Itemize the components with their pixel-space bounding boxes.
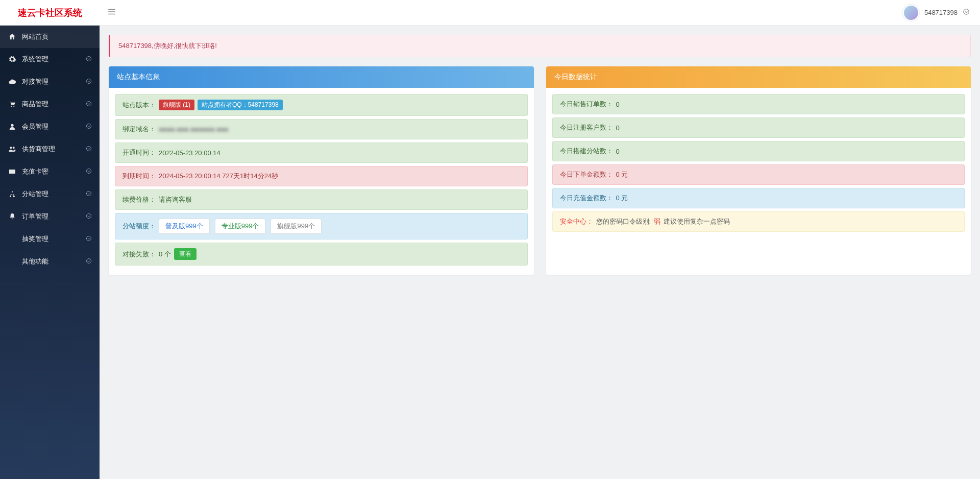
- stat-row: 今日充值金额数： 0 元: [552, 188, 965, 208]
- sidebar-item-label: 系统管理: [22, 55, 48, 64]
- site-info-card: 站点基本信息 站点版本： 旗舰版 (1) 站点拥有者QQ：548717398 绑…: [109, 66, 534, 275]
- stat-value: 0: [616, 101, 620, 108]
- sidebar-item-recharge[interactable]: 充值卡密: [0, 160, 100, 183]
- expire-row: 到期时间： 2024-05-23 20:00:14 727天1时14分24秒: [115, 166, 528, 186]
- svg-point-9: [87, 236, 91, 241]
- security-advice: 建议使用复杂一点密码: [664, 217, 730, 226]
- menu-toggle-icon[interactable]: [100, 7, 124, 18]
- security-level: 弱: [654, 217, 660, 226]
- quota-label: 分站额度：: [122, 222, 156, 231]
- sidebar-item-label: 抽奖管理: [22, 234, 48, 244]
- sitemap-icon: [8, 190, 17, 198]
- chevron-down-icon: [86, 101, 92, 108]
- svg-point-7: [87, 191, 91, 196]
- stat-label: 今日下单金额数：: [560, 170, 613, 179]
- expire-label: 到期时间：: [122, 172, 156, 181]
- stat-label: 今日注册客户数：: [560, 123, 613, 132]
- sidebar-item-lottery[interactable]: 抽奖管理: [0, 228, 100, 250]
- open-value: 2022-05-23 20:00:14: [159, 149, 220, 157]
- sidebar-item-label: 其他功能: [22, 257, 48, 266]
- stat-row: 今日下单金额数： 0 元: [552, 164, 965, 185]
- sidebar-item-label: 分站管理: [22, 189, 48, 199]
- chevron-down-icon: [963, 8, 970, 17]
- chevron-down-icon: [86, 213, 92, 221]
- stat-value: 0 元: [616, 194, 628, 203]
- svg-point-6: [87, 169, 91, 173]
- sidebar-item-label: 网站首页: [22, 32, 48, 41]
- domain-value: ■■■■.■■■.■■■■■■.■■■: [159, 126, 228, 133]
- domain-row: 绑定域名： ■■■■.■■■.■■■■■■.■■■: [115, 119, 528, 139]
- site-version-row: 站点版本： 旗舰版 (1) 站点拥有者QQ：548717398: [115, 94, 528, 116]
- bell-icon: [8, 212, 17, 221]
- today-stats-header: 今日数据统计: [546, 66, 971, 88]
- renew-label: 续费价格：: [122, 195, 156, 204]
- expire-value: 2024-05-23 20:00:14 727天1时14分24秒: [159, 172, 278, 181]
- svg-point-3: [87, 101, 91, 106]
- sidebar-item-label: 充值卡密: [22, 167, 48, 176]
- svg-point-4: [87, 124, 91, 128]
- view-button[interactable]: 查看: [174, 248, 197, 260]
- sidebar-item-order[interactable]: 订单管理: [0, 205, 100, 228]
- chevron-down-icon: [86, 78, 92, 86]
- open-row: 开通时间： 2022-05-23 20:00:14: [115, 142, 528, 163]
- chevron-down-icon: [86, 235, 92, 243]
- gear-icon: [8, 55, 17, 63]
- fail-row: 对接失败： 0 个 查看: [115, 243, 528, 266]
- sidebar-item-system[interactable]: 系统管理: [0, 48, 100, 70]
- quota-pro-button[interactable]: 专业版999个: [215, 219, 266, 234]
- sidebar-item-supplier[interactable]: 供货商管理: [0, 138, 100, 160]
- avatar: [903, 5, 919, 21]
- security-row: 安全中心： 您的密码口令级别:弱 建议使用复杂一点密码: [552, 211, 965, 232]
- sidebar-item-substation[interactable]: 分站管理: [0, 183, 100, 205]
- sidebar-item-label: 商品管理: [22, 100, 48, 109]
- stat-value: 0 元: [616, 170, 628, 179]
- renew-value: 请咨询客服: [159, 195, 192, 204]
- sidebar-item-other[interactable]: 其他功能: [0, 250, 100, 273]
- topbar-left: 速云卡社区系统: [0, 7, 124, 19]
- security-prefix: 安全中心：: [560, 217, 593, 226]
- domain-label: 绑定域名：: [122, 125, 156, 134]
- svg-point-2: [87, 79, 91, 83]
- chevron-down-icon: [86, 56, 92, 63]
- chevron-down-icon: [86, 258, 92, 266]
- sidebar-item-label: 订单管理: [22, 212, 48, 221]
- sidebar-item-label: 供货商管理: [22, 145, 55, 154]
- stat-label: 今日搭建分站数：: [560, 147, 613, 156]
- quota-flag-button[interactable]: 旗舰版999个: [271, 219, 322, 234]
- stat-row: 今日销售订单数： 0: [552, 94, 965, 114]
- sidebar-item-product[interactable]: 商品管理: [0, 93, 100, 115]
- quota-row: 分站额度： 普及版999个 专业版999个 旗舰版999个: [115, 213, 528, 240]
- greeting-alert: 548717398,傍晚好,很快就下班咯!: [109, 35, 971, 57]
- sidebar-item-label: 对接管理: [22, 77, 48, 86]
- stat-label: 今日充值金额数：: [560, 194, 613, 203]
- svg-point-8: [87, 213, 91, 218]
- site-info-header: 站点基本信息: [109, 66, 534, 88]
- version-label: 站点版本：: [122, 101, 156, 110]
- cart-icon: [8, 100, 17, 108]
- sidebar-item-label: 会员管理: [22, 122, 48, 131]
- sidebar-item-member[interactable]: 会员管理: [0, 115, 100, 138]
- user-name: 548717398: [924, 9, 958, 16]
- user-menu[interactable]: 548717398: [903, 5, 970, 21]
- fail-label: 对接失败：: [122, 250, 156, 259]
- svg-point-10: [87, 258, 91, 263]
- svg-point-1: [87, 56, 91, 61]
- quota-basic-button[interactable]: 普及版999个: [159, 219, 210, 234]
- version-badge: 旗舰版 (1): [159, 100, 194, 110]
- users-icon: [8, 145, 17, 153]
- renew-row: 续费价格： 请咨询客服: [115, 189, 528, 210]
- cloud-icon: [8, 78, 17, 86]
- fail-value: 0 个: [159, 250, 171, 259]
- sidebar-item-connect[interactable]: 对接管理: [0, 70, 100, 93]
- security-text: 您的密码口令级别:: [596, 217, 651, 226]
- chevron-down-icon: [86, 168, 92, 176]
- user-icon: [8, 123, 17, 131]
- home-icon: [8, 33, 17, 41]
- content: 548717398,傍晚好,很快就下班咯! 站点基本信息 站点版本： 旗舰版 (…: [100, 26, 980, 479]
- svg-point-5: [87, 146, 91, 151]
- card-icon: [8, 167, 17, 176]
- sidebar: 网站首页 系统管理 对接管理 商品管理 会员管理 供货商管理: [0, 26, 100, 479]
- svg-point-0: [964, 9, 969, 15]
- sidebar-item-home[interactable]: 网站首页: [0, 26, 100, 48]
- chevron-down-icon: [86, 146, 92, 153]
